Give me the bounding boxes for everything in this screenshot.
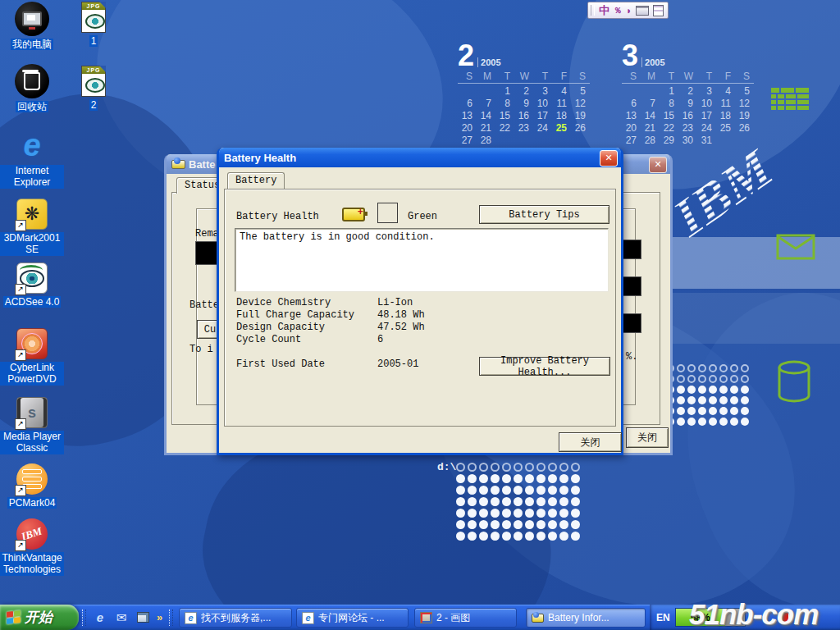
start-label: 开始 bbox=[25, 608, 52, 627]
dot bbox=[559, 486, 568, 495]
start-button[interactable]: 开始 bbox=[0, 605, 79, 630]
percent-label: %. bbox=[626, 351, 637, 363]
calendar-day: 24 bbox=[697, 122, 716, 135]
dot bbox=[525, 486, 534, 495]
task-button-label: 2 - 画图 bbox=[436, 611, 470, 625]
dot bbox=[687, 386, 696, 394]
language-indicator[interactable]: EN bbox=[656, 612, 670, 623]
desktop-icon-powerdvd[interactable]: ↗ CyberLink PowerDVD bbox=[0, 328, 64, 386]
battery-health-dialog[interactable]: Battery Health ✕ Battery Battery Health … bbox=[217, 148, 623, 455]
toolbar-grip[interactable] bbox=[169, 609, 173, 626]
desktop-icon-label: ThinkVantage Technologies bbox=[0, 552, 64, 576]
calendar-weekday: S bbox=[458, 71, 477, 84]
dot bbox=[559, 497, 568, 506]
calendar-day: 16 bbox=[514, 110, 533, 122]
calendar-day: 29 bbox=[660, 135, 678, 147]
dot bbox=[514, 520, 523, 529]
task-button-ie-1[interactable]: e 找不到服务器,... bbox=[179, 608, 292, 628]
dot bbox=[468, 463, 477, 472]
improve-battery-health-button[interactable]: Improve Battery Health... bbox=[479, 357, 610, 376]
dot bbox=[514, 509, 523, 518]
desktop-icon-internet-explorer[interactable]: e Internet Explorer bbox=[0, 130, 64, 189]
close-button[interactable]: 关闭 bbox=[626, 427, 669, 448]
dot bbox=[514, 474, 523, 483]
calendar-day bbox=[533, 135, 552, 147]
dot bbox=[502, 509, 511, 518]
dot bbox=[698, 386, 706, 394]
ime-chinese-icon[interactable]: 中 bbox=[599, 5, 609, 16]
battery-label: Batte bbox=[189, 299, 219, 311]
task-button-ie-2[interactable]: e 专门网论坛 - ... bbox=[296, 608, 409, 628]
language-bar-grip[interactable] bbox=[591, 5, 595, 16]
show-desktop-icon[interactable] bbox=[135, 610, 150, 625]
dot bbox=[677, 396, 685, 404]
dot bbox=[525, 463, 534, 472]
dot bbox=[719, 386, 728, 394]
calendar-weekday: W bbox=[514, 71, 533, 84]
dot bbox=[456, 497, 465, 506]
calendar-day: 1 bbox=[495, 85, 514, 98]
field-value: 6 bbox=[377, 334, 383, 345]
close-icon[interactable]: ✕ bbox=[600, 150, 618, 167]
first-used-label: First Used Date bbox=[236, 358, 325, 370]
calendar-day: 4 bbox=[552, 85, 571, 98]
jpg-file-icon: JPG bbox=[81, 2, 106, 33]
dot bbox=[571, 463, 580, 472]
watermark: 51nb-com bbox=[689, 598, 818, 630]
dot bbox=[571, 532, 580, 541]
status-text: Green bbox=[408, 211, 437, 222]
language-bar[interactable]: 中 ％ ◗ bbox=[587, 2, 669, 19]
dot bbox=[468, 474, 477, 483]
dot bbox=[536, 463, 546, 472]
desktop-file-jpg-2[interactable]: JPG 2 bbox=[75, 66, 112, 111]
tab-battery[interactable]: Battery bbox=[227, 172, 285, 189]
dot bbox=[525, 474, 534, 483]
calendar-weekday: S bbox=[622, 71, 641, 84]
dot bbox=[698, 396, 706, 404]
condition-textbox[interactable]: The battery is in good condition. bbox=[235, 228, 609, 292]
calendar-day: 20 bbox=[622, 122, 641, 135]
calendar-day: 28 bbox=[477, 135, 495, 147]
keyboard-icon[interactable] bbox=[636, 6, 649, 16]
dialog-titlebar[interactable]: Battery Health bbox=[219, 148, 621, 167]
battery-health-label: Battery Health bbox=[236, 211, 319, 222]
ie-icon[interactable]: e bbox=[93, 610, 107, 625]
calendar-weekday: T bbox=[495, 71, 514, 84]
dot bbox=[502, 463, 511, 472]
dot bbox=[502, 532, 511, 541]
desktop-icon-recycle-bin[interactable]: 回收站 bbox=[0, 64, 64, 112]
dot bbox=[456, 509, 465, 518]
desktop-icon-thinkvantage[interactable]: IBM ↗ ThinkVantage Technologies bbox=[0, 518, 64, 576]
desktop-file-jpg-1[interactable]: JPG 1 bbox=[75, 2, 112, 47]
desktop-icon-my-computer[interactable]: 我的电脑 bbox=[0, 2, 64, 50]
shortcut-arrow-icon: ↗ bbox=[15, 540, 26, 551]
desktop-icon-pcmark04[interactable]: ↗ PCMark04 bbox=[0, 463, 64, 509]
calendar-day: 6 bbox=[458, 98, 477, 110]
calendar-day: 17 bbox=[697, 110, 716, 122]
toolbar-grip[interactable] bbox=[82, 609, 86, 626]
grid-icon bbox=[769, 86, 810, 112]
chevron-icon[interactable]: » bbox=[157, 611, 162, 623]
calendar-day: 17 bbox=[533, 110, 552, 122]
dot bbox=[479, 532, 488, 541]
dot bbox=[536, 474, 546, 483]
dot bbox=[479, 463, 488, 472]
desktop-icon-label: Internet Explorer bbox=[0, 165, 64, 189]
crescent-icon[interactable]: ◗ bbox=[626, 6, 632, 16]
menu-icon[interactable] bbox=[653, 5, 664, 16]
close-icon[interactable]: ✕ bbox=[649, 157, 667, 173]
recycle-bin-icon bbox=[15, 64, 49, 98]
calendar-day: 16 bbox=[678, 110, 697, 122]
desktop-icon-3dmark2001[interactable]: ❋ ↗ 3DMark2001 SE bbox=[0, 199, 64, 256]
battery-tips-button[interactable]: Battery Tips bbox=[479, 205, 609, 224]
mail-icon[interactable]: ✉ bbox=[114, 610, 129, 625]
task-button-paint[interactable]: 2 - 画图 bbox=[414, 608, 517, 628]
calendar-day: 10 bbox=[697, 98, 716, 110]
dot bbox=[741, 396, 749, 404]
dot bbox=[502, 497, 511, 506]
close-button[interactable]: 关闭 bbox=[559, 432, 622, 452]
desktop-icon-acdsee[interactable]: ↗ ACDSee 4.0 bbox=[0, 262, 64, 308]
punctuation-icon[interactable]: ％ bbox=[614, 7, 622, 15]
task-button-battery-information[interactable]: Battery Infor... bbox=[526, 608, 646, 628]
desktop-icon-media-player-classic[interactable]: s ↗ Media Player Classic bbox=[0, 397, 64, 454]
